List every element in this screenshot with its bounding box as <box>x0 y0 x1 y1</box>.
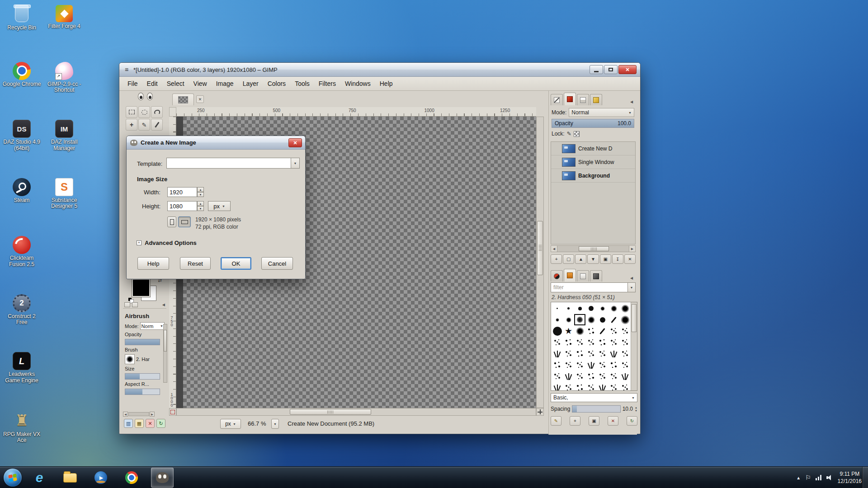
brush-fuzzy[interactable] <box>574 325 585 337</box>
new-layer-group-button[interactable]: ▢ <box>563 254 574 264</box>
brush-grass[interactable] <box>552 348 563 359</box>
brush-star[interactable] <box>563 325 574 337</box>
start-button[interactable] <box>4 469 22 487</box>
active-brush-preview[interactable] <box>125 354 135 364</box>
desktop-icon-google-chrome[interactable]: Google Chrome <box>2 62 42 88</box>
menu-file[interactable]: File <box>123 77 142 90</box>
taskbar-internet-explorer[interactable]: e <box>28 468 51 488</box>
action-center-icon[interactable]: ⚐ <box>805 474 811 481</box>
channels-tab[interactable] <box>577 94 589 105</box>
menu-view[interactable]: View <box>189 77 212 90</box>
layers-tab[interactable] <box>564 93 576 105</box>
brush-ring[interactable] <box>574 314 585 325</box>
foreground-color-swatch[interactable] <box>132 279 150 297</box>
ok-button[interactable]: OK <box>221 257 251 270</box>
menu-filters[interactable]: Filters <box>314 77 340 90</box>
lower-layer-button[interactable]: ▼ <box>587 254 599 264</box>
paths-tab[interactable] <box>590 94 602 105</box>
brush-grain[interactable] <box>574 337 585 348</box>
brush-grain[interactable] <box>552 337 563 348</box>
brush-disc[interactable] <box>552 325 563 337</box>
restore-tool-preset-button[interactable]: ▦ <box>135 419 144 428</box>
brush-grain[interactable] <box>563 348 574 359</box>
brush-grain[interactable] <box>619 382 631 391</box>
brush-fuzzy[interactable] <box>597 303 608 314</box>
clock[interactable]: 9:11 PM 12/1/2016 <box>838 470 862 485</box>
gimp-titlebar[interactable]: ≡ *[Untitled]-1.0 (RGB color, 3 layers) … <box>119 63 640 77</box>
brush-scatter[interactable] <box>608 359 619 371</box>
menu-image[interactable]: Image <box>212 77 238 90</box>
brush-grain[interactable] <box>619 359 631 371</box>
brush-fuzzy[interactable] <box>552 314 563 325</box>
new-layer-button[interactable]: + <box>551 254 562 264</box>
desktop-icon-rpg-maker[interactable]: RPG Maker VX Ace <box>2 410 42 444</box>
tool-options-tab-icon[interactable] <box>124 302 130 307</box>
brush-scatter[interactable] <box>597 337 608 348</box>
menu-colors[interactable]: Colors <box>263 77 290 90</box>
brush-dot[interactable] <box>563 303 574 314</box>
delete-tool-preset-button[interactable]: ✕ <box>146 419 155 428</box>
layer-row[interactable]: Background <box>551 169 635 183</box>
cancel-button[interactable]: Cancel <box>261 257 293 270</box>
brush-grain[interactable] <box>585 337 597 348</box>
brush-fuzzy[interactable] <box>608 303 619 314</box>
minimize-button[interactable] <box>590 65 603 74</box>
desktop-icon-clickteam[interactable]: Clickteam Fusion 2.5 <box>2 236 42 268</box>
taskbar-windows-explorer[interactable] <box>59 468 81 488</box>
brush-filter-combo-icon[interactable]: ▼ <box>628 282 636 292</box>
delete-brush-button[interactable]: ✕ <box>608 416 618 426</box>
dialog-unit-combo[interactable]: px▼ <box>208 201 231 211</box>
landscape-orientation-button[interactable] <box>178 216 191 227</box>
brush-grass[interactable] <box>552 382 563 391</box>
desktop-icon-construct2[interactable]: 2Construct 2 Free <box>2 294 42 326</box>
brush-scatter[interactable] <box>585 325 597 337</box>
delete-layer-button[interactable]: ✕ <box>624 254 636 264</box>
lock-pixels-icon[interactable]: ✎ <box>567 131 571 137</box>
brush-slash[interactable] <box>597 325 608 337</box>
desktop-icon-daz-install[interactable]: IMDAZ Install Manager <box>44 120 84 152</box>
brush-scatter[interactable] <box>585 371 597 382</box>
help-button[interactable]: Help <box>137 257 169 270</box>
width-input[interactable] <box>167 187 197 197</box>
menu-help[interactable]: Help <box>375 77 397 90</box>
save-tool-preset-button[interactable]: ▥ <box>124 419 133 428</box>
edit-brush-button[interactable]: ✎ <box>551 416 561 426</box>
brush-grain[interactable] <box>608 325 619 337</box>
brush-dot[interactable] <box>574 303 585 314</box>
spacing-slider[interactable] <box>572 405 620 413</box>
brush-scatter[interactable] <box>574 348 585 359</box>
raise-layer-button[interactable]: ▲ <box>575 254 586 264</box>
lock-alpha-icon[interactable] <box>574 131 580 137</box>
network-icon[interactable] <box>816 475 822 480</box>
tool-mode-combo[interactable]: Norm▼ <box>140 322 165 330</box>
volume-icon[interactable] <box>826 475 833 480</box>
desktop-icon-recycle-bin[interactable]: Recycle Bin <box>2 4 42 31</box>
refresh-brushes-button[interactable]: ↻ <box>627 416 637 426</box>
width-spinner[interactable]: ▲▼ <box>197 187 204 197</box>
layer-opacity-slider[interactable]: Opacity 100.0 <box>552 119 634 128</box>
brush-grain[interactable] <box>608 337 619 348</box>
advanced-options-expander-icon[interactable]: + <box>137 240 142 245</box>
brush-fuzzy[interactable] <box>585 314 597 325</box>
menu-windows[interactable]: Windows <box>340 77 375 90</box>
menu-tools[interactable]: Tools <box>290 77 314 90</box>
canvas-vertical-scrollbar[interactable] <box>536 117 544 408</box>
brush-dot[interactable] <box>585 303 597 314</box>
tool-options-scrollbar[interactable] <box>163 324 167 383</box>
brush-grain[interactable] <box>608 371 619 382</box>
ellipse-select-tool[interactable] <box>138 106 150 118</box>
colors-tab[interactable] <box>551 270 563 282</box>
brush-fuzzy[interactable] <box>619 303 631 314</box>
brush-filter-input[interactable] <box>551 282 628 292</box>
zoom-combo-icon[interactable]: ▼ <box>271 419 279 429</box>
height-input[interactable] <box>167 201 197 211</box>
taskbar-media-player[interactable] <box>90 468 112 488</box>
layer-mode-combo[interactable]: Normal▼ <box>569 108 634 117</box>
brush-grain[interactable] <box>552 371 563 382</box>
duplicate-layer-button[interactable]: ▣ <box>600 254 611 264</box>
desktop-icon-gimp-shortcut[interactable]: GIMP-2.9-cc -Shortcut <box>44 62 84 94</box>
dock-menu-icon[interactable]: ◀ <box>628 274 635 282</box>
anchor-layer-button[interactable]: ↧ <box>612 254 623 264</box>
reset-tool-options-button[interactable]: ↻ <box>156 419 165 428</box>
brush-grass[interactable] <box>585 359 597 371</box>
